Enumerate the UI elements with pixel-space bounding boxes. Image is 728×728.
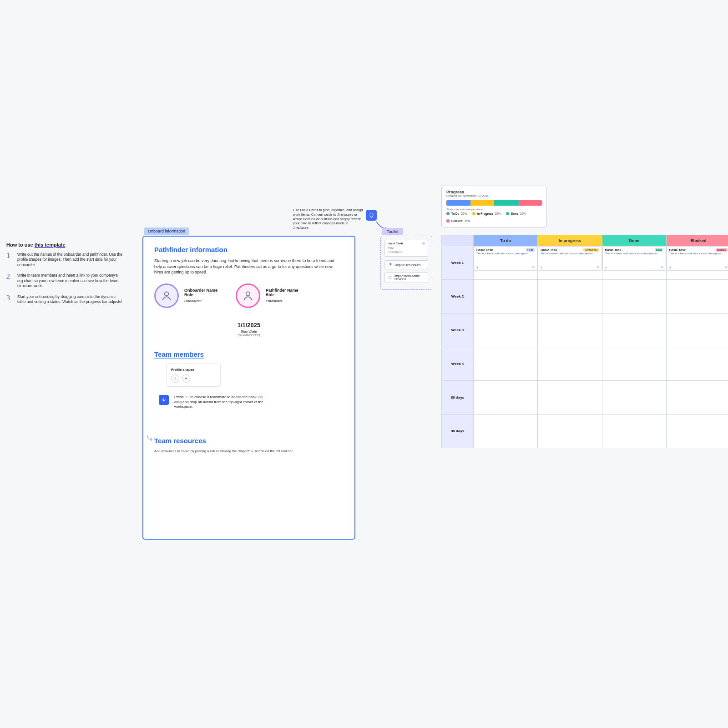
cell[interactable] [602, 280, 666, 313]
cell[interactable] [538, 381, 602, 415]
pathfinder-info: Pathfinder Name Role Pathfinder [266, 288, 298, 303]
progress-subtitle: Created on: November 19, 2024 [446, 194, 542, 197]
task-card[interactable]: Basic TaskIn Progress This is a basic ta… [538, 246, 602, 271]
card-dot-icon [725, 266, 728, 268]
status-badge: To do [526, 248, 535, 252]
row-header-week2: Week 2 [442, 280, 474, 313]
person-icon [242, 290, 254, 302]
cell-inprogress-week1[interactable]: Basic TaskIn Progress This is a basic ta… [538, 246, 602, 280]
pathfinder-name: Pathfinder Name [266, 288, 298, 293]
col-header-inprogress: In progress [538, 235, 602, 246]
task-title: Basic Task [669, 248, 686, 252]
team-members-title: Team members [154, 350, 344, 358]
cell[interactable] [666, 381, 728, 415]
table-row: Week 4 [442, 347, 728, 381]
onboarder-avatar[interactable] [154, 283, 179, 308]
legend-done: Done 25% [506, 212, 526, 215]
cell[interactable] [602, 415, 666, 448]
cell[interactable] [474, 313, 538, 347]
cell[interactable] [474, 347, 538, 381]
profiles-row: Onboarder Name Role Onboarder Pathfinder… [154, 283, 344, 308]
toolkit-box[interactable]: Lucid Cards Title Description Import Jir… [380, 236, 432, 290]
progress-bar [446, 200, 542, 206]
cell-todo-week1[interactable]: Basic TaskTo do This is a basic task wit… [474, 246, 538, 280]
cell-done-week1[interactable]: Basic TaskDone This is a basic task with… [602, 246, 666, 280]
pathfinder-avatar[interactable] [236, 283, 260, 308]
import-azure-button[interactable]: Import from Azure DevOps [384, 272, 428, 283]
legend-value: 25% [465, 219, 470, 222]
task-card[interactable]: Basic TaskBlocked This is a basic task w… [667, 246, 728, 271]
task-estimate: 3 [541, 266, 542, 269]
import-azure-label: Import from Azure DevOps [394, 274, 425, 281]
howto-step-1: 1 Write out the names of the onboarder a… [6, 252, 122, 268]
dot-icon [446, 212, 450, 215]
start-date-format: (DD/MM/YYYY) [154, 334, 344, 337]
team-resources-note-suffix: button on the left tool bar. [254, 449, 293, 453]
pathfinder-profile[interactable]: Pathfinder Name Role Pathfinder [236, 283, 298, 308]
legend-value: 25% [495, 212, 501, 215]
cell[interactable] [666, 347, 728, 381]
legend-blocked: Blocked 25% [446, 219, 470, 222]
task-title: Basic Task [476, 248, 493, 252]
legend-label: To Do [451, 212, 459, 215]
task-body: This is a basic task with a short descri… [476, 252, 535, 255]
curved-arrow-icon [146, 434, 154, 442]
col-header-todo: To do [474, 235, 538, 246]
status-table[interactable]: To do In progress Done Blocked Week 1 Ba… [441, 235, 728, 448]
cell[interactable] [474, 415, 538, 448]
cell[interactable] [538, 280, 602, 313]
profile-shapes-card[interactable]: Profile shapes + [166, 364, 221, 387]
add-chip[interactable]: + [182, 374, 190, 383]
cell[interactable] [666, 313, 728, 347]
lucid-card[interactable]: Lucid Cards Title Description [384, 240, 428, 257]
legend-label: Blocked [451, 219, 463, 222]
legend-inprogress: In Progress 25% [472, 212, 500, 215]
cell[interactable] [602, 313, 666, 347]
avatar-chip[interactable] [171, 374, 179, 383]
cell[interactable] [538, 415, 602, 448]
legend-value: 25% [461, 212, 467, 215]
card-dot-icon [597, 266, 599, 268]
cell[interactable] [666, 280, 728, 313]
task-card[interactable]: Basic TaskDone This is a basic task with… [602, 246, 666, 271]
cell[interactable] [474, 381, 538, 415]
cell[interactable] [474, 280, 538, 313]
cell[interactable] [538, 347, 602, 381]
howto-step-num: 1 [6, 252, 13, 268]
import-jira-button[interactable]: Import Jira Issues [384, 260, 428, 269]
team-resources-note: Add resources to share by pasting a link… [154, 449, 344, 453]
team-resources-note-prefix: Add resources to share by pasting a link… [154, 449, 251, 453]
start-date-block[interactable]: 1/1/2025 Start Date (DD/MM/YYYY) [154, 322, 344, 337]
howto-title: How to use this template [6, 242, 122, 248]
onboarder-info: Onboarder Name Role Onboarder [184, 288, 217, 303]
task-body: This is a basic task with a short descri… [669, 252, 728, 255]
task-card[interactable]: Basic TaskTo do This is a basic task wit… [474, 246, 537, 271]
onboarder-role: Role [184, 293, 217, 297]
start-date-value: 1/1/2025 [154, 322, 344, 329]
cell[interactable] [666, 415, 728, 448]
progress-panel[interactable]: Progress Created on: November 19, 2024 S… [441, 186, 547, 228]
row-header-60days: 60 days [442, 381, 474, 415]
cell[interactable] [602, 381, 666, 415]
onboard-info-tag[interactable]: Onboard information [144, 228, 189, 235]
progress-seg-todo [446, 200, 470, 206]
card-dot-icon [532, 266, 535, 268]
onboarder-profile[interactable]: Onboarder Name Role Onboarder [154, 283, 217, 308]
table-corner [442, 235, 474, 246]
profile-shapes-chips: + [171, 374, 216, 383]
howto-step-3: 3 Start your onboarding by dragging card… [6, 294, 122, 305]
howto-title-underlined: this template [35, 242, 66, 248]
howto-step-text: Write out the names of the onboarder and… [17, 252, 122, 268]
lucid-card-title: Title [388, 246, 425, 250]
person-icon [161, 290, 172, 302]
onboard-panel[interactable]: Pathfinder information Starting a new jo… [142, 236, 355, 540]
cell-blocked-week1[interactable]: Basic TaskBlocked This is a basic task w… [666, 246, 728, 280]
table-row: Week 1 Basic TaskTo do This is a basic t… [442, 246, 728, 280]
card-dot-icon [661, 266, 663, 268]
toolkit-tag[interactable]: Toolkit [382, 228, 403, 235]
task-body: This is a basic task with a short descri… [541, 252, 599, 255]
cell[interactable] [538, 313, 602, 347]
toolkit-desc: Use Lucid Cards to plan, organize, and a… [293, 208, 364, 230]
cell[interactable] [602, 347, 666, 381]
svg-point-1 [246, 292, 250, 296]
